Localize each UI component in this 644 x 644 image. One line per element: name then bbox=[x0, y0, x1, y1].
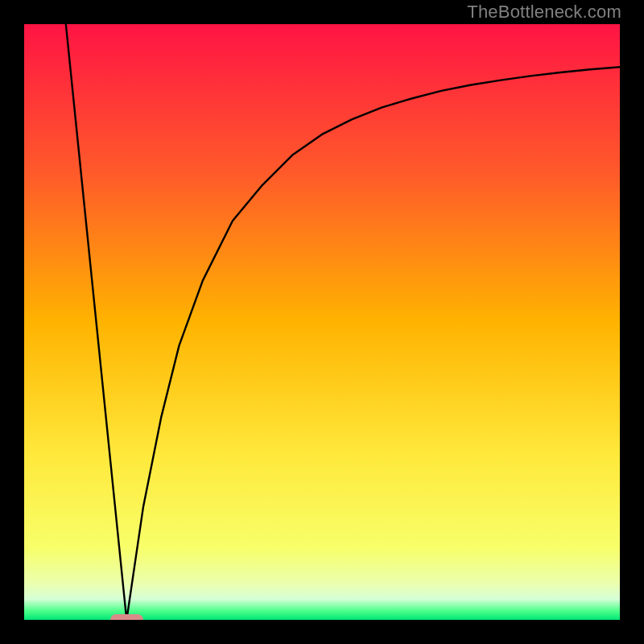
watermark-text: TheBottleneck.com bbox=[467, 2, 621, 23]
curve-layer bbox=[24, 24, 620, 620]
plot-area bbox=[24, 24, 620, 620]
chart-frame: TheBottleneck.com bbox=[0, 0, 644, 644]
optimal-marker bbox=[110, 614, 143, 620]
bottleneck-curve bbox=[66, 24, 620, 620]
